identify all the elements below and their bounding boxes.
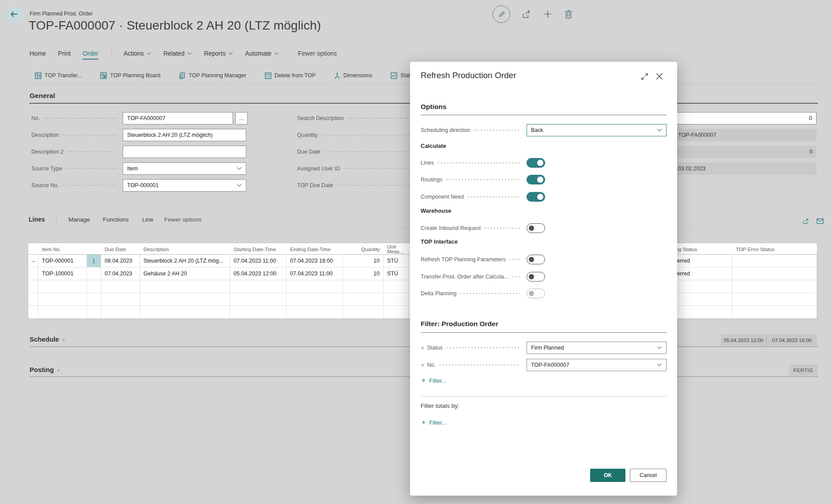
cell-due-date[interactable]: 08.04.2023	[101, 255, 140, 267]
cell-item-no[interactable]: TOP-000001	[38, 255, 87, 267]
back-button[interactable]	[6, 6, 23, 23]
cell-ending[interactable]: 07.04.2023 11:00	[286, 267, 343, 280]
refresh-top-planning-parameters-toggle[interactable]	[527, 255, 545, 264]
menu-order[interactable]: Order	[83, 50, 98, 60]
routings-toggle[interactable]	[527, 175, 545, 184]
table-empty-cell[interactable]	[732, 280, 817, 293]
source-type-select[interactable]: Item	[123, 162, 246, 175]
lines-share-icon[interactable]	[802, 218, 809, 225]
table-empty-cell[interactable]	[101, 280, 140, 293]
table-empty-cell[interactable]	[384, 280, 409, 293]
action-delete-from-top[interactable]: Delete from TOP	[265, 72, 316, 79]
table-empty-cell[interactable]	[230, 306, 286, 319]
cell-quantity[interactable]: 10	[343, 267, 384, 280]
menu-print[interactable]: Print	[58, 50, 71, 57]
cell-item-no[interactable]: TOP-100001	[38, 267, 87, 280]
component-need-toggle[interactable]	[527, 192, 545, 202]
table-empty-cell[interactable]	[87, 293, 101, 306]
table-empty-cell[interactable]	[384, 293, 409, 306]
cell-starting[interactable]: 07.04.2023 11:00	[230, 255, 286, 267]
table-empty-cell[interactable]	[343, 306, 384, 319]
cell-top-error-status[interactable]	[732, 255, 817, 267]
filter-no-select[interactable]: TOP-FA000007	[527, 359, 666, 371]
cell-due-date[interactable]: 07.04.2023	[101, 267, 140, 280]
delete-button[interactable]	[564, 9, 573, 19]
lines-tab-manage[interactable]: Manage	[68, 216, 90, 223]
table-empty-cell[interactable]	[38, 306, 87, 319]
breadcrumb[interactable]: Firm Planned Prod. Order	[30, 11, 93, 17]
menu-actions[interactable]: Actions	[124, 50, 151, 57]
action-top-planning-manager[interactable]: TOP Planning Manager	[179, 72, 246, 79]
table-empty-cell[interactable]	[343, 293, 384, 306]
table-empty-cell[interactable]	[230, 280, 286, 293]
table-empty-cell[interactable]	[286, 293, 343, 306]
col-header-item-no[interactable]: Item No.	[38, 243, 87, 255]
table-empty-cell[interactable]	[384, 306, 409, 319]
create-inbound-request-toggle[interactable]	[527, 223, 545, 233]
schedule-heading[interactable]: Schedule›	[30, 335, 65, 343]
add-filter-totals-link[interactable]: + Filter...	[422, 418, 446, 426]
table-empty-cell[interactable]	[38, 293, 87, 306]
table-empty-cell[interactable]	[140, 280, 230, 293]
filter-status-select[interactable]: Firm Planned	[527, 342, 666, 354]
menu-home[interactable]: Home	[30, 50, 46, 57]
table-empty-cell[interactable]	[101, 293, 140, 306]
scheduling-direction-select[interactable]: Back	[527, 124, 666, 136]
cell-quantity[interactable]: 10	[343, 255, 384, 267]
lines-toggle[interactable]	[527, 158, 545, 168]
table-empty-cell[interactable]	[286, 280, 343, 293]
col-header-starting[interactable]: Starting Date-Time	[230, 243, 286, 255]
cancel-button[interactable]: Cancel	[630, 469, 666, 482]
no-field[interactable]: TOP-FA000007	[123, 112, 233, 124]
ok-button[interactable]: OK	[590, 469, 625, 482]
menu-automate[interactable]: Automate	[245, 50, 279, 57]
lines-fewer-options[interactable]: Fewer options	[164, 216, 202, 223]
remove-filter-icon[interactable]: ✕	[421, 363, 424, 368]
options-heading[interactable]: Options	[421, 103, 447, 111]
source-no-select[interactable]: TOP-000001	[123, 179, 246, 192]
add-filter-link[interactable]: + Filter...	[422, 376, 446, 384]
col-header-due-date[interactable]: Due Date	[101, 243, 140, 255]
table-empty-cell[interactable]	[38, 280, 87, 293]
description-2-field[interactable]	[123, 146, 246, 158]
menu-fewer-options[interactable]: Fewer options	[298, 50, 337, 57]
share-button[interactable]	[522, 9, 531, 19]
table-empty-cell[interactable]	[343, 280, 384, 293]
remove-filter-icon[interactable]: ✕	[421, 346, 424, 350]
cell-unit[interactable]: STÜ	[384, 267, 409, 280]
table-empty-cell[interactable]	[230, 293, 286, 306]
lines-tab-line[interactable]: Line	[142, 216, 154, 223]
close-dialog-icon[interactable]	[655, 72, 663, 80]
new-button[interactable]	[543, 9, 553, 19]
cell-ending[interactable]: 07.04.2023 16:00	[286, 255, 343, 267]
table-empty-cell[interactable]	[732, 306, 817, 319]
menu-reports[interactable]: Reports	[204, 50, 233, 57]
transfer-prod-order-toggle[interactable]	[527, 272, 545, 282]
action-top-planning-board[interactable]: TOP Planning Board	[100, 72, 160, 79]
cell-starting[interactable]: 05.04.2023 12:00	[230, 267, 286, 280]
table-empty-cell[interactable]	[87, 306, 101, 319]
general-heading[interactable]: General	[30, 92, 55, 100]
posting-heading[interactable]: Posting›	[30, 366, 60, 373]
lines-mail-icon[interactable]	[817, 218, 824, 224]
lines-heading[interactable]: Lines	[29, 216, 45, 223]
cell-top-error-status[interactable]	[732, 267, 817, 280]
edit-button[interactable]	[493, 5, 510, 23]
table-empty-cell[interactable]	[28, 293, 38, 306]
menu-related[interactable]: Related	[163, 50, 192, 57]
col-header-ending[interactable]: Ending Date-Time	[286, 243, 343, 255]
lines-tab-functions[interactable]: Functions	[103, 216, 129, 223]
table-empty-cell[interactable]	[140, 306, 230, 319]
table-empty-cell[interactable]	[28, 280, 38, 293]
action-top-transfer[interactable]: TOP Transfer...	[35, 72, 82, 79]
cell-unit[interactable]: STÜ	[384, 255, 409, 267]
cell-description[interactable]: Steuerblock 2 AH 20 (LTZ mög...	[140, 255, 230, 267]
no-lookup-button[interactable]: ...	[235, 112, 248, 124]
row-menu-cell[interactable]	[87, 267, 101, 280]
general-right-field-1[interactable]: 0	[671, 112, 817, 124]
col-header-top-error-status[interactable]: TOP Error Status	[732, 243, 817, 255]
table-empty-cell[interactable]	[732, 293, 817, 306]
col-header-unit[interactable]: Unit Meas...	[384, 243, 409, 255]
filter-heading[interactable]: Filter: Production Order	[421, 320, 498, 328]
table-empty-cell[interactable]	[28, 306, 38, 319]
